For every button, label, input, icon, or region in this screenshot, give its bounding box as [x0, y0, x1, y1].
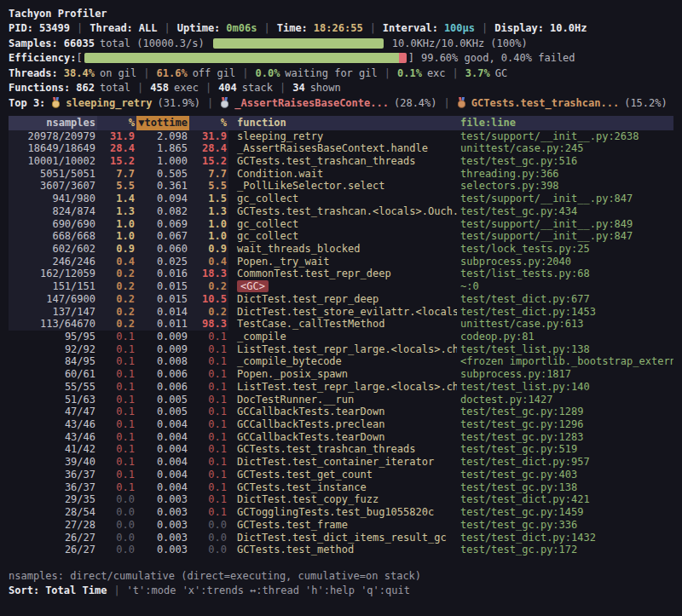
row-function: DictTest.test_container_iterator: [228, 456, 457, 469]
table-row[interactable]: 26/27 0.0 0.003 0.0 DictTest.test_dict_i…: [9, 532, 673, 544]
table-row[interactable]: 3607/3607 5.5 0.361 5.5 _PollLikeSelecto…: [9, 180, 673, 193]
table-row[interactable]: 5051/5051 7.7 0.505 7.7 Condition.wait t…: [9, 168, 673, 181]
row-nsamples: 113/64670: [9, 318, 97, 331]
row-function: GCCallbackTests.tearDown: [228, 431, 457, 444]
row-file-line: subprocess.py:1817: [457, 368, 673, 381]
table-row[interactable]: 43/46 0.1 0.004 0.1 GCCallbackTests.tear…: [9, 431, 673, 444]
table-row[interactable]: 20978/20979 31.9 2.098 31.9 sleeping_ret…: [9, 130, 673, 143]
row-pct-direct: 0.2: [97, 280, 136, 293]
threads-gc-label: GC: [495, 67, 507, 79]
table-row[interactable]: 36/37 0.1 0.004 0.1 GCTests.test_get_cou…: [9, 469, 673, 481]
row-pct-direct: 0.1: [97, 443, 136, 456]
column-header-function[interactable]: function: [228, 116, 457, 130]
row-tottime: 0.069: [136, 218, 189, 231]
row-pct-direct: 1.0: [97, 218, 136, 231]
row-function: Popen._try_wait: [228, 256, 457, 268]
table-row[interactable]: 92/92 0.1 0.009 0.1 ListTest.test_repr_l…: [9, 343, 673, 356]
table-row[interactable]: 113/64670 0.2 0.011 98.3 TestCase._callT…: [9, 318, 673, 331]
row-function: <GC>: [228, 280, 457, 293]
row-pct-cumulative: 15.2: [189, 155, 228, 168]
thread-value[interactable]: ALL: [139, 22, 158, 34]
row-nsamples: 151/151: [9, 280, 97, 293]
row-file-line: test/test_dict.py:421: [457, 493, 673, 506]
column-header-tottime-sorted[interactable]: ▼tottime: [136, 116, 189, 130]
table-row[interactable]: 55/55 0.1 0.006 0.1 ListTest.test_repr_l…: [9, 381, 673, 394]
table-row[interactable]: 47/47 0.1 0.005 0.1 GCCallbackTests.tear…: [9, 406, 673, 418]
row-nsamples: 18649/18649: [9, 142, 97, 155]
row-pct-direct: 0.0: [97, 506, 136, 519]
table-row[interactable]: 602/602 0.9 0.060 0.9 wait_threads_block…: [9, 243, 673, 256]
row-nsamples: 147/6900: [9, 293, 97, 306]
row-file-line: test/test_gc.py:403: [457, 469, 673, 481]
row-function: gc_collect: [228, 193, 457, 205]
samples-line: Samples: 66035 total (10000.3/s) 10.0KHz…: [9, 36, 673, 51]
table-row[interactable]: 824/874 1.3 0.082 1.3 GCTests.test_trash…: [9, 205, 673, 218]
table-row[interactable]: 690/690 1.0 0.069 1.0 gc_collect test/su…: [9, 218, 673, 231]
table-row[interactable]: 668/668 1.0 0.067 1.0 gc_collect test/su…: [9, 230, 673, 243]
table-row[interactable]: 27/28 0.0 0.003 0.0 GCTests.test_frame t…: [9, 519, 673, 532]
column-header-pct-direct[interactable]: %: [97, 116, 136, 130]
table-row[interactable]: 51/63 0.1 0.005 0.1 DocTestRunner.__run …: [9, 394, 673, 406]
table-row[interactable]: 18649/18649 28.4 1.865 28.4 _AssertRaise…: [9, 142, 673, 155]
row-tottime: 0.006: [136, 368, 189, 381]
row-nsamples: 26/27: [9, 532, 97, 544]
table-row[interactable]: 29/35 0.0 0.003 0.1 DictTest.test_copy_f…: [9, 493, 673, 506]
row-pct-cumulative: 0.1: [189, 431, 228, 444]
table-row[interactable]: 941/980 1.4 0.094 1.5 gc_collect test/su…: [9, 193, 673, 205]
row-file-line: test/lock_tests.py:25: [457, 243, 673, 256]
separator: |: [205, 82, 211, 94]
table-row[interactable]: 147/6900 0.2 0.015 10.5 DictTest.test_re…: [9, 293, 673, 306]
top3-second-name[interactable]: _AssertRaisesBaseConte...: [234, 97, 389, 109]
row-function: gc_collect: [228, 230, 457, 243]
row-function: _compile: [228, 331, 457, 343]
table-row[interactable]: 36/37 0.1 0.004 0.1 GCTests.test_instanc…: [9, 481, 673, 494]
table-row[interactable]: 246/246 0.4 0.025 0.4 Popen._try_wait su…: [9, 256, 673, 268]
row-pct-direct: 5.5: [97, 180, 136, 193]
row-pct-cumulative: 5.5: [189, 180, 228, 193]
row-nsamples: 84/95: [9, 355, 97, 368]
table-row[interactable]: 10001/10002 15.2 1.000 15.2 GCTests.test…: [9, 155, 673, 168]
row-pct-direct: 0.1: [97, 456, 136, 469]
row-file-line: test/support/__init__.py:847: [457, 230, 673, 243]
table-row[interactable]: 41/42 0.1 0.004 0.1 GCTests.test_trashca…: [9, 443, 673, 456]
row-nsamples: 162/12059: [9, 268, 97, 280]
row-tottime: 0.006: [136, 381, 189, 394]
row-nsamples: 39/40: [9, 456, 97, 469]
threads-exc-label: exc: [427, 67, 446, 79]
row-nsamples: 29/35: [9, 493, 97, 506]
row-pct-direct: 1.4: [97, 193, 136, 205]
table-row[interactable]: 28/54 0.0 0.003 0.1 GCTogglingTests.test…: [9, 506, 673, 519]
top3-first-name[interactable]: sleeping_retry: [66, 97, 152, 109]
table-row[interactable]: 26/27 0.0 0.003 0.0 GCTests.test_method …: [9, 544, 673, 556]
column-header-nsamples[interactable]: nsamples: [9, 116, 97, 130]
column-header-pct-cumulative[interactable]: %: [189, 116, 228, 130]
table-row[interactable]: 84/95 0.1 0.008 0.1 _compile_bytecode <f…: [9, 355, 673, 368]
row-file-line: codeop.py:81: [457, 331, 673, 343]
samples-khz: 10.0KHz/10.0KHz (100%): [392, 37, 528, 49]
top3-third-name[interactable]: GCTests.test_trashcan...: [471, 97, 619, 109]
table-row[interactable]: 39/40 0.1 0.004 0.1 DictTest.test_contai…: [9, 456, 673, 469]
row-nsamples: 51/63: [9, 394, 97, 406]
row-file-line: <frozen importlib._bootstrap_external: [457, 355, 673, 368]
column-header-file-line[interactable]: file:line: [457, 116, 673, 130]
row-pct-direct: 0.1: [97, 469, 136, 481]
row-pct-direct: 0.1: [97, 481, 136, 494]
table-row[interactable]: 60/61 0.1 0.006 0.1 Popen._posix_spawn s…: [9, 368, 673, 381]
row-nsamples: 26/27: [9, 544, 97, 556]
row-tottime: 0.004: [136, 418, 189, 431]
row-nsamples: 60/61: [9, 368, 97, 381]
threads-label: Threads:: [9, 67, 58, 79]
row-pct-cumulative: 28.4: [189, 142, 228, 155]
row-tottime: 0.011: [136, 318, 189, 331]
table-row[interactable]: 151/151 0.2 0.015 0.2 <GC> ~:0: [9, 280, 673, 293]
row-function: wait_threads_blocked: [228, 243, 457, 256]
table-row[interactable]: 162/12059 0.2 0.016 18.3 CommonTest.test…: [9, 268, 673, 280]
title-line: Tachyon Profiler: [9, 6, 673, 21]
row-pct-cumulative: 0.1: [189, 331, 228, 343]
table-row[interactable]: 137/147 0.2 0.014 0.2 DictTest.test_stor…: [9, 306, 673, 319]
row-pct-direct: 1.3: [97, 205, 136, 218]
row-pct-cumulative: 0.9: [189, 243, 228, 256]
table-row[interactable]: 95/95 0.1 0.009 0.1 _compile codeop.py:8…: [9, 331, 673, 343]
table-row[interactable]: 43/46 0.1 0.004 0.1 GCCallbackTests.prec…: [9, 418, 673, 431]
row-pct-direct: 0.1: [97, 368, 136, 381]
